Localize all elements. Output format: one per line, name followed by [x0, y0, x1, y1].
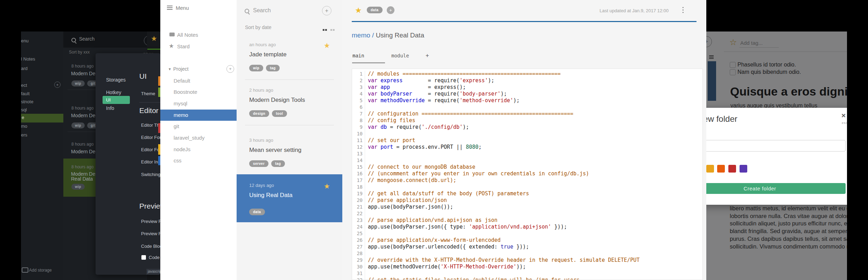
line-number: 9 [352, 124, 365, 131]
editor-pane: ★ data + Last updated at Jan.9, 2017 12:… [342, 0, 706, 280]
add-storage-label[interactable]: Add storage [29, 268, 52, 273]
dark-sidebar-item[interactable]: ard [21, 66, 28, 71]
dark-sidebar-item[interactable]: l Notes [21, 56, 35, 62]
line-number: 8 [352, 117, 365, 124]
tab-module[interactable]: module [391, 53, 409, 58]
note-title: Jade template [249, 51, 287, 58]
tag-pill: tag [271, 160, 285, 167]
sidebar-folder[interactable]: Default [174, 78, 190, 84]
note-list-item[interactable]: 3 hours agoMean server settingservertag [237, 129, 342, 175]
folder-color-swatch[interactable] [717, 165, 725, 173]
line-number: 13 [352, 150, 365, 157]
settings-nav-item[interactable]: Info [106, 105, 114, 111]
add-tab-button[interactable]: + [426, 52, 429, 59]
dark-search-bar[interactable]: Search + [63, 31, 147, 48]
star-icon[interactable]: ★ [324, 41, 330, 50]
code-token: = require( [412, 91, 459, 97]
sidebar-folder[interactable]: nodeJs [174, 146, 190, 152]
code-token: db [380, 124, 387, 130]
code-token: ; [478, 144, 482, 150]
dark-sidebar-item[interactable]: ect+ [21, 83, 27, 88]
settings-nav-label: UI [106, 97, 111, 103]
dark-sort-label[interactable]: Sort by xxx [69, 50, 90, 55]
settings-nav-selected[interactable]: UI [103, 96, 130, 104]
line-number: 11 [352, 137, 365, 144]
dark-sidebar-item[interactable]: sql [21, 107, 27, 112]
sidebar-folder[interactable]: Boostnote [174, 89, 197, 95]
chevron-down-icon[interactable]: ▼ [168, 67, 172, 71]
code-token: // parse application/vnd.api+json as jso… [368, 217, 497, 223]
close-icon[interactable]: × [841, 111, 846, 120]
tab-main[interactable]: main [352, 53, 364, 58]
star-icon[interactable]: ★ [151, 34, 157, 43]
code-token: 'application/vnd.api+json' [469, 224, 551, 230]
code-token: ); [463, 124, 469, 130]
folder-color-swatch[interactable] [728, 165, 736, 173]
code-language-select[interactable]: javascript [146, 269, 160, 275]
sidebar-folder[interactable]: css [174, 158, 182, 163]
dark-sidebar-item[interactable]: stnote [21, 99, 33, 104]
project-header[interactable]: Project [173, 66, 189, 72]
code-line: 30app.use(methodOverride('X-HTTP-Method-… [352, 264, 702, 270]
sidebar-item-all-notes[interactable]: All Notes [177, 32, 198, 38]
note-list-item[interactable]: ★12 days agoUsing Real Datadata [237, 174, 342, 222]
tag-pill: design [249, 110, 269, 117]
add-tag-button[interactable]: + [387, 6, 394, 14]
code-line: 1// modules ============================… [352, 71, 702, 77]
line-number: 6 [352, 104, 365, 111]
search-input[interactable]: Search [253, 7, 271, 14]
sidebar-folder-selected[interactable]: memo [160, 110, 237, 121]
menu-label[interactable]: Menu [176, 5, 189, 11]
code-block-checkbox[interactable] [141, 255, 146, 260]
breadcrumb-folder[interactable]: memo / [352, 31, 376, 39]
folder-color-swatch[interactable] [740, 165, 747, 173]
all-notes-icon [169, 33, 175, 36]
code-token: = require( [387, 124, 421, 130]
note-list-item[interactable]: ★an hours agoJade templatewiptag [237, 34, 342, 79]
dark-sidebar-item[interactable]: enu [21, 38, 29, 43]
star-icon[interactable]: ★ [355, 6, 362, 15]
sort-by-dropdown[interactable]: Sort by date [245, 24, 272, 30]
dark-sidebar-item[interactable]: e [21, 114, 64, 122]
folder-name-input[interactable] [706, 140, 846, 152]
code-token: var [368, 91, 380, 97]
sidebar-folder[interactable]: git [174, 123, 179, 129]
code-editor[interactable]: 1// modules ============================… [352, 69, 703, 280]
grid-view-icon[interactable] [323, 26, 328, 32]
code-line: 16// (uncomment after you enter in your … [352, 170, 702, 177]
line-number: 10 [352, 131, 365, 137]
code-token: )); [516, 264, 526, 270]
code-line: 11// set our port [352, 137, 702, 144]
list-view-icon[interactable] [330, 26, 335, 32]
code-token: = require( [402, 77, 460, 84]
last-updated-label: Last updated at Jan.9, 2017 12:00 [600, 8, 668, 13]
more-options-icon[interactable] [682, 7, 684, 14]
note-tag-pill[interactable]: data [367, 7, 383, 13]
star-icon[interactable]: ★ [324, 182, 330, 190]
tag-pill: data [249, 209, 265, 215]
sidebar-folder[interactable]: laravel_study [174, 135, 204, 141]
add-folder-button[interactable]: + [54, 82, 61, 88]
dark-sidebar-item[interactable]: ers [21, 132, 27, 138]
sidebar-folder[interactable]: mysql [174, 100, 187, 106]
line-number: 5 [352, 97, 365, 104]
add-folder-button[interactable]: + [226, 65, 234, 73]
create-folder-button[interactable]: Create folder [706, 183, 846, 194]
settings-nav-item[interactable]: Hotkey [106, 90, 121, 95]
code-line: 29// override with the X-HTTP-Method-Ove… [352, 257, 702, 264]
code-line: 14 [352, 157, 702, 164]
code-line: 24app.use(bodyParser.json({ type: 'appli… [352, 224, 702, 230]
new-note-button[interactable]: + [322, 6, 331, 15]
note-date: 8 hours ago [71, 164, 93, 169]
dark-sidebar-item[interactable]: mo [21, 124, 27, 129]
code-line: 28 [352, 250, 702, 257]
code-token: bodyParser [380, 91, 412, 97]
menu-icon[interactable] [167, 6, 173, 6]
code-token: app.use(bodyParser.json({ type: [368, 224, 469, 230]
dark-tab-underline [147, 49, 160, 50]
settings-nav-item[interactable]: Storages [106, 77, 126, 83]
sidebar-item-starred[interactable]: Stard [177, 43, 190, 49]
note-list-item[interactable]: 2 hours agoModern Design Toolsdesigntool [237, 79, 342, 125]
folder-color-swatch[interactable] [706, 165, 714, 173]
dark-sidebar-item[interactable]: fault [21, 91, 30, 96]
